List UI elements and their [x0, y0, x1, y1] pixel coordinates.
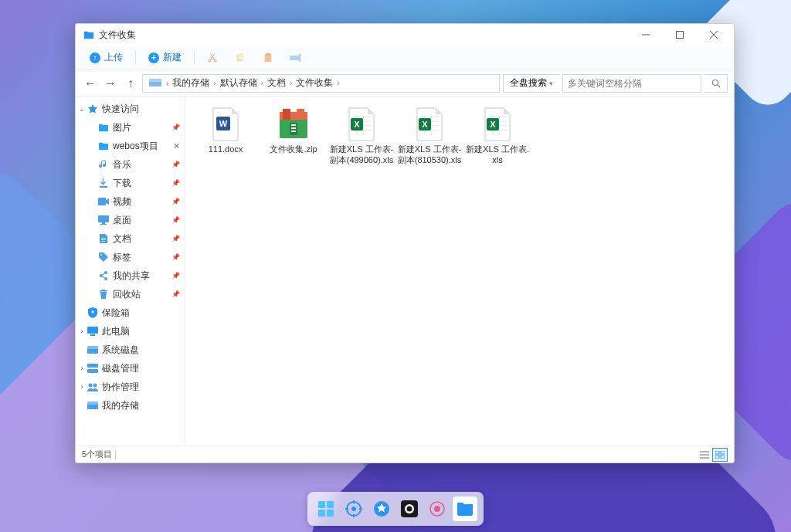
copy-button[interactable] — [232, 49, 249, 66]
upload-button[interactable]: ↑ 上传 — [82, 48, 131, 67]
minimize-button[interactable] — [629, 24, 663, 46]
svg-point-89 — [407, 507, 412, 512]
sidebar-item[interactable]: 图片📌 — [76, 118, 185, 137]
taskbar-files[interactable] — [453, 496, 477, 521]
file-item[interactable]: X新建XLS 工作表-副本(810530).xls — [396, 103, 463, 171]
sidebar-item[interactable]: 我的共享📌 — [76, 266, 185, 285]
sidebar-item[interactable]: 标签📌 — [76, 248, 185, 266]
titlebar[interactable]: 文件收集 — [76, 24, 734, 46]
pin-icon: 📌 — [171, 290, 180, 298]
svg-point-4 — [209, 59, 211, 62]
taskbar-browser[interactable] — [369, 496, 394, 521]
svg-rect-10 — [290, 56, 299, 60]
sidebar-item[interactable]: 音乐📌 — [76, 155, 185, 174]
up-button[interactable]: ↑ — [122, 75, 139, 92]
file-item[interactable]: W111.docx — [192, 103, 260, 171]
pin-icon: 📌 — [171, 216, 180, 224]
unpin-icon[interactable]: ✕ — [173, 141, 180, 151]
search-icon — [711, 79, 721, 88]
sidebar-label: 视频 — [113, 195, 171, 208]
taskbar-camera[interactable] — [397, 496, 422, 521]
search-button[interactable] — [704, 74, 728, 93]
new-label: 新建 — [163, 51, 182, 64]
search-input[interactable] — [562, 74, 701, 93]
breadcrumb-segment[interactable]: 文档 — [265, 77, 288, 88]
file-list[interactable]: W111.docx文件收集.zipX新建XLS 工作表-副本(499060).x… — [185, 97, 734, 446]
taskbar-assist[interactable] — [425, 496, 450, 521]
sidebar-item[interactable]: 文档📌 — [76, 229, 185, 248]
close-button[interactable] — [697, 24, 731, 46]
taskbar-settings[interactable] — [341, 496, 366, 521]
sidebar-item[interactable]: 视频📌 — [76, 192, 185, 211]
taskbar-start[interactable] — [314, 496, 338, 521]
folder-icon — [83, 29, 94, 40]
svg-text:W: W — [219, 119, 228, 128]
forward-button[interactable]: → — [102, 75, 119, 92]
sidebar-label: 回收站 — [113, 288, 171, 301]
breadcrumb-segment[interactable]: 我的存储 — [170, 77, 212, 88]
storage-icon — [87, 399, 99, 412]
svg-rect-16 — [98, 198, 106, 205]
svg-rect-73 — [721, 451, 725, 454]
search-mode-select[interactable]: 全盘搜索 ▾ — [503, 74, 559, 93]
statusbar: 5个项目 — [76, 446, 734, 463]
sidebar-item[interactable]: 回收站📌 — [76, 285, 185, 303]
sidebar-item[interactable]: 保险箱 — [76, 303, 185, 322]
svg-rect-28 — [87, 346, 98, 349]
new-button[interactable]: + 新建 — [141, 48, 189, 67]
sidebar-item[interactable]: 桌面📌 — [76, 211, 185, 229]
zip-file-icon — [277, 107, 311, 141]
breadcrumb-segment[interactable]: 默认存储 — [218, 77, 260, 88]
sidebar-label: 桌面 — [113, 214, 171, 227]
search-mode-label: 全盘搜索 — [510, 76, 547, 90]
sidebar-item[interactable]: 系统磁盘 — [76, 341, 185, 359]
sidebar-label: 下载 — [113, 177, 171, 190]
sidebar-label: 协作管理 — [102, 381, 180, 394]
file-item[interactable]: X新建XLS 工作表-副本(499060).xls — [328, 103, 396, 171]
pin-icon: 📌 — [171, 179, 180, 187]
expand-arrow-icon: › — [77, 364, 87, 372]
svg-rect-33 — [87, 404, 98, 409]
plus-icon: + — [148, 53, 159, 63]
svg-point-31 — [89, 384, 93, 388]
sidebar-label: 文档 — [113, 232, 171, 246]
svg-rect-9 — [266, 53, 270, 55]
sidebar-label: webos项目 — [113, 140, 173, 153]
sidebar-item[interactable]: ⌄快速访问 — [76, 100, 185, 118]
sidebar-item[interactable]: ›协作管理 — [76, 378, 185, 396]
svg-rect-7 — [238, 53, 243, 59]
chevron-right-icon: › — [212, 79, 217, 87]
file-item[interactable]: 文件收集.zip — [260, 103, 328, 171]
breadcrumb-segment[interactable]: 文件收集 — [294, 77, 335, 88]
sidebar-item[interactable]: 我的存储 — [76, 396, 185, 415]
rename-button[interactable] — [287, 49, 304, 66]
cut-button[interactable] — [204, 49, 221, 66]
svg-text:X: X — [490, 120, 496, 129]
sidebar-label: 系统磁盘 — [102, 344, 180, 357]
svg-point-24 — [92, 311, 94, 313]
item-count: 5个项目 — [82, 449, 112, 460]
download-icon — [97, 177, 110, 189]
sidebar-item[interactable]: webos项目✕ — [76, 137, 185, 155]
expand-arrow-icon: › — [77, 383, 87, 391]
sidebar-item[interactable]: ›此电脑 — [76, 322, 185, 341]
chevron-right-icon: › — [335, 79, 341, 87]
expand-arrow-icon: › — [77, 327, 87, 335]
back-button[interactable]: ← — [82, 75, 99, 92]
sidebar-item[interactable]: 下载📌 — [76, 174, 185, 192]
svg-rect-27 — [87, 348, 98, 354]
svg-rect-12 — [149, 81, 161, 86]
view-list-button[interactable] — [697, 448, 712, 462]
doc-icon — [97, 232, 110, 245]
file-item[interactable]: X新建XLS 工作表.xls — [463, 103, 531, 171]
tag-icon — [97, 251, 110, 263]
sidebar: ⌄快速访问图片📌webos项目✕音乐📌下载📌视频📌桌面📌文档📌标签📌我的共享📌回… — [76, 97, 185, 446]
paste-button[interactable] — [260, 49, 277, 66]
svg-rect-72 — [715, 451, 719, 454]
sidebar-item[interactable]: ›磁盘管理 — [76, 359, 185, 378]
sidebar-label: 我的存储 — [102, 399, 180, 412]
view-grid-button[interactable] — [712, 448, 728, 462]
breadcrumb[interactable]: › 我的存储›默认存储›文档›文件收集› — [142, 74, 500, 93]
svg-point-5 — [214, 59, 216, 62]
maximize-button[interactable] — [663, 24, 697, 46]
